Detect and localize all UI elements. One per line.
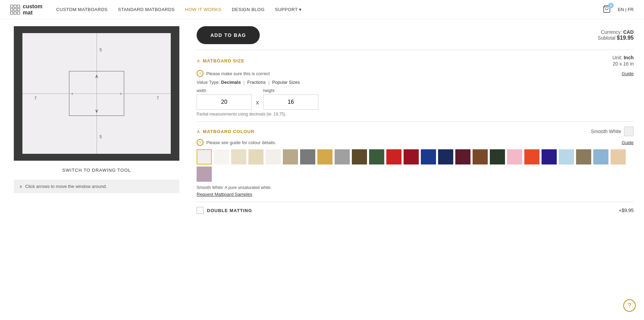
colour-swatch-16[interactable] (473, 149, 488, 164)
colour-swatch-10[interactable] (369, 149, 384, 164)
lang-separator: | (625, 7, 626, 12)
lang-fr[interactable]: FR (628, 7, 634, 12)
colour-swatch-20[interactable] (542, 149, 557, 164)
colour-swatch-18[interactable] (507, 149, 522, 164)
size-guide-link[interactable]: Guide (622, 71, 634, 76)
arrow-up-button[interactable]: ∧ (95, 73, 98, 79)
info-icon: ! (197, 70, 204, 77)
width-label: width (197, 88, 252, 93)
nav-how-it-works[interactable]: HOW IT WORKS (185, 7, 221, 12)
request-samples-link[interactable]: Request Matboard Samples (197, 192, 252, 197)
arrow-down-button[interactable]: ∨ (95, 108, 98, 113)
colour-swatch-13[interactable] (421, 149, 436, 164)
double-matting-price: +$9.95 (619, 208, 634, 213)
double-matting-checkbox[interactable] (197, 207, 204, 214)
header-right: 0 EN | FR (603, 5, 634, 14)
add-to-bag-button[interactable]: ADD TO BAG (197, 26, 260, 44)
logo-text: custom mat (23, 3, 42, 16)
height-label: height (263, 88, 318, 93)
switch-to-drawing-tool-button[interactable]: SWITCH TO DRAWING TOOL (62, 166, 131, 174)
currency-display: Currency: CAD (598, 29, 634, 35)
colour-swatch-9[interactable] (352, 149, 367, 164)
subtotal-display: Subtotal $19.95 (598, 35, 634, 41)
matboard-size-header: ∧ MATBOARD SIZE Unit: Inch 20 x 16 in (197, 55, 634, 67)
colour-swatch-1[interactable] (214, 149, 229, 164)
colour-swatch-8[interactable] (335, 149, 350, 164)
hint-bar: ∧ Click arrows to move the window around… (14, 180, 179, 193)
size-collapse-icon[interactable]: ∧ (197, 58, 200, 63)
window-opening: ∧ ‹ › ∨ (69, 71, 124, 116)
colour-swatch-22[interactable] (576, 149, 591, 164)
header: custom mat CUSTOM MATBOARDS STANDARD MAT… (0, 0, 644, 19)
right-panel: ADD TO BAG Currency: CAD Subtotal $19.95… (197, 26, 634, 219)
lang-en[interactable]: EN (618, 7, 624, 12)
size-section-title: MATBOARD SIZE (203, 58, 244, 63)
colour-info-text: Please see guide for colour details. (206, 140, 276, 145)
colour-swatch-5[interactable] (283, 149, 298, 164)
colour-swatches (197, 149, 634, 182)
colour-swatch-15[interactable] (455, 149, 470, 164)
decimal-hint: Partial measurements using decimals (ie:… (197, 112, 634, 117)
dim-left-label: 7 (34, 96, 37, 101)
value-type-row: Value Type: Decimals | Fractions | Popul… (197, 80, 634, 85)
nav-design-blog[interactable]: DESIGN BLOG (232, 7, 265, 12)
value-type-decimals[interactable]: Decimals (221, 80, 241, 85)
width-input[interactable] (197, 94, 252, 110)
colour-collapse-icon[interactable]: ∧ (197, 129, 200, 134)
colour-swatch-11[interactable] (386, 149, 402, 164)
colour-swatch-7[interactable] (317, 149, 333, 164)
main-nav: CUSTOM MATBOARDS STANDARD MATBOARDS HOW … (56, 7, 302, 12)
nav-custom-matboards[interactable]: CUSTOM MATBOARDS (56, 7, 108, 12)
colour-swatch-24[interactable] (611, 149, 626, 164)
colour-selected-swatch (624, 127, 634, 136)
top-actions: ADD TO BAG Currency: CAD Subtotal $19.95 (197, 26, 634, 50)
size-info-text: Please make sure this is correct (206, 71, 270, 76)
colour-swatch-14[interactable] (438, 149, 453, 164)
arrow-right-button[interactable]: › (120, 91, 122, 96)
arrow-left-button[interactable]: ‹ (71, 91, 73, 96)
colour-info-icon: ! (197, 139, 204, 146)
value-type-popular-sizes[interactable]: Popular Sizes (272, 80, 300, 85)
size-right-info: Unit: Inch 20 x 16 in (612, 55, 634, 67)
colour-swatch-4[interactable] (266, 149, 281, 164)
price-block: Currency: CAD Subtotal $19.95 (598, 29, 634, 41)
colour-swatch-12[interactable] (404, 149, 419, 164)
colour-swatch-25[interactable] (197, 167, 212, 182)
colour-swatch-17[interactable] (490, 149, 505, 164)
colour-info-row: ! Please see guide for colour details. G… (197, 139, 634, 146)
left-panel: 5 5 7 7 ∧ ‹ › ∨ SWITCH TO DRAWING TOOL ∧… (10, 26, 183, 219)
colour-swatch-19[interactable] (524, 149, 539, 164)
colour-swatch-21[interactable] (559, 149, 574, 164)
language-switcher: EN | FR (618, 7, 634, 12)
support-chevron-icon: ▾ (299, 7, 302, 12)
logo-grid-icon (10, 5, 20, 14)
colour-swatch-2[interactable] (231, 149, 246, 164)
dimension-x-separator: x (256, 99, 259, 106)
cart-button[interactable]: 0 (603, 5, 611, 14)
value-type-fractions[interactable]: Fractions (247, 80, 266, 85)
colour-swatch-23[interactable] (593, 149, 608, 164)
matboard-preview: 5 5 7 7 ∧ ‹ › ∨ (14, 26, 179, 161)
hint-text: Click arrows to move the window around. (25, 184, 107, 189)
hint-chevron-icon: ∧ (19, 184, 22, 189)
size-display: 20 x 16 in (612, 61, 634, 67)
matboard-colour-section: ∧ MATBOARD COLOUR Smooth White ! Please … (197, 121, 634, 202)
height-input[interactable] (263, 94, 318, 110)
dimensions-row: width x height (197, 88, 634, 110)
unit-display: Unit: Inch (612, 55, 634, 60)
dim-top-label: 5 (100, 48, 102, 52)
colour-description: Smooth White: A pure unsaturated white. (197, 185, 634, 190)
colour-swatch-3[interactable] (248, 149, 264, 164)
nav-support[interactable]: SUPPORT ▾ (275, 7, 302, 12)
mat-surface: 5 5 7 7 ∧ ‹ › ∨ (22, 33, 171, 154)
colour-section-title: MATBOARD COLOUR (203, 129, 255, 134)
logo[interactable]: custom mat (10, 3, 42, 16)
colour-guide-link[interactable]: Guide (622, 140, 634, 145)
dim-bottom-label: 5 (100, 134, 102, 139)
colour-swatch-6[interactable] (300, 149, 315, 164)
colour-section-header: ∧ MATBOARD COLOUR Smooth White (197, 127, 634, 136)
colour-swatch-0[interactable] (197, 149, 212, 164)
main-content: 5 5 7 7 ∧ ‹ › ∨ SWITCH TO DRAWING TOOL ∧… (0, 19, 644, 226)
double-matting-label: DOUBLE MATTING (207, 208, 615, 213)
nav-standard-matboards[interactable]: STANDARD MATBOARDS (118, 7, 175, 12)
